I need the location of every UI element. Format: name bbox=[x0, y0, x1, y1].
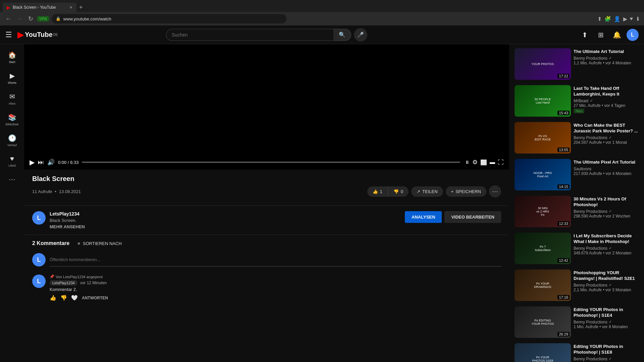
refresh-button[interactable]: ↻ bbox=[27, 14, 35, 24]
channel-name-1: Benny Productions bbox=[574, 56, 607, 61]
suggested-video-7[interactable]: Ps YOURDRAWINGS! 17:16 Photoshopping YOU… bbox=[513, 268, 640, 302]
dislike-button[interactable]: 👎 0 bbox=[388, 186, 409, 197]
duration-badge-4: 14:15 bbox=[557, 184, 570, 189]
new-tab-button[interactable]: + bbox=[76, 3, 86, 12]
channel-area: L LetsPlay1234 Black Screen. MEHR ANSEHE… bbox=[24, 206, 509, 235]
comment-text: Kommentar 2. bbox=[50, 287, 501, 292]
active-tab[interactable]: ▶ Black Screen - YouTube ✕ bbox=[3, 3, 76, 12]
youtube-logo[interactable]: ▶ YouTube DE bbox=[17, 29, 58, 40]
mic-button[interactable]: 🎤 bbox=[354, 28, 367, 42]
liked-icon: ♥ bbox=[10, 155, 14, 163]
progress-bar[interactable] bbox=[82, 162, 460, 163]
reply-button[interactable]: ANTWORTEN bbox=[82, 296, 108, 300]
comment-like-button[interactable]: 👍 bbox=[50, 295, 56, 301]
comment-dislike-button[interactable]: 👎 bbox=[60, 295, 67, 301]
channel-avatar[interactable]: L bbox=[32, 211, 46, 225]
save-button[interactable]: + SPEICHERN bbox=[446, 186, 486, 197]
left-sidebar: 🏠 Start ▶ Shorts ✉ Abos 📚 Bibliothek 🕐 V… bbox=[0, 44, 24, 362]
v-title-2: Last To Take Hand Off Lamborghini, Keeps… bbox=[574, 86, 639, 97]
channel-name-9: Benny Productions bbox=[574, 357, 607, 361]
browser-right-actions: ⬆ 🧩 👤 ▶ ♥ ⬇ bbox=[597, 16, 640, 22]
like-button[interactable]: 👍 1 bbox=[367, 186, 388, 197]
suggested-video-5[interactable]: 30 MINvs 2 HRSPs 12:33 30 Minutes Vs 2 H… bbox=[513, 194, 640, 229]
suggested-video-3[interactable]: Ps VSEDIT RACE 13:55 Who Can Make the BE… bbox=[513, 121, 640, 155]
share-button[interactable]: ↗ TEILEN bbox=[411, 186, 443, 197]
user-avatar[interactable]: L bbox=[627, 29, 639, 41]
download-browser-icon[interactable]: ⬇ bbox=[636, 16, 640, 22]
suggested-video-9[interactable]: Ps YOURPHOTOS S1E8 14:57 Editing YOUR Ph… bbox=[513, 342, 640, 362]
v-stats-6: 349.679 Aufrufe • vor 2 Monaten bbox=[574, 251, 639, 255]
like-icon: 👍 bbox=[373, 189, 378, 194]
tab-close-button[interactable]: ✕ bbox=[69, 5, 72, 10]
more-actions-button[interactable]: ⋯ bbox=[489, 185, 501, 197]
search-input[interactable] bbox=[166, 29, 333, 41]
time-display: 0:00 / 6:33 bbox=[58, 160, 78, 165]
suggested-video-8[interactable]: Ps EDITINGYOUR PHOTOS 26:29 Editing YOUR… bbox=[513, 305, 640, 339]
notifications-button[interactable]: 🔔 bbox=[610, 28, 624, 42]
sidebar-item-history[interactable]: 🕐 Verlauf bbox=[0, 130, 24, 151]
sidebar-item-library[interactable]: 📚 Bibliothek bbox=[0, 109, 24, 130]
apps-button[interactable]: ⊞ bbox=[594, 28, 608, 42]
extensions-icon[interactable]: 🧩 bbox=[604, 16, 611, 22]
duration-badge-7: 17:16 bbox=[557, 295, 570, 300]
shorts-icon: ▶ bbox=[10, 72, 15, 80]
theater-button[interactable]: ▬ bbox=[490, 159, 495, 165]
sidebar-item-subscriptions[interactable]: ✉ Abos bbox=[0, 88, 24, 109]
suggested-video-6[interactable]: Ps ?Subscribers 12:42 I Let My Subscribe… bbox=[513, 231, 640, 265]
suggested-video-1[interactable]: YOUR PHOTOS 17:22 The Ultimate Art Tutor… bbox=[513, 47, 640, 81]
verified-icon-7: ✓ bbox=[609, 283, 612, 287]
sidebar-item-home[interactable]: 🏠 Start bbox=[0, 47, 24, 68]
upload-browser-icon[interactable]: ⬆ bbox=[597, 16, 602, 22]
settings-button[interactable]: ⚙ bbox=[472, 159, 478, 166]
new-badge-2: Neu bbox=[574, 109, 584, 113]
fullscreen-button[interactable]: ⛶ bbox=[498, 159, 504, 166]
comment-header-row: LetsPlay1234 vor 12 Minuten bbox=[50, 280, 501, 286]
library-icon: 📚 bbox=[8, 113, 16, 121]
channel-name[interactable]: LetsPlay1234 bbox=[50, 211, 85, 217]
channel-name-4: Saultoons bbox=[574, 167, 591, 171]
analysen-button[interactable]: ANALYSEN bbox=[405, 211, 442, 223]
home-icon: 🏠 bbox=[8, 51, 16, 59]
mehr-ansehen-link[interactable]: MEHR ANSEHEN bbox=[50, 224, 85, 229]
play-button[interactable]: ▶ bbox=[30, 158, 35, 166]
sidebar-library-label: Bibliothek bbox=[5, 123, 18, 126]
volume-button[interactable]: 🔊 bbox=[47, 159, 55, 166]
hamburger-menu[interactable]: ☰ bbox=[5, 31, 12, 39]
video-bearbeiten-button[interactable]: VIDEO BEARBEITEN bbox=[444, 211, 501, 223]
heart-browser-icon[interactable]: ♥ bbox=[630, 16, 633, 22]
header-right-actions: ⬆ ⊞ 🔔 L bbox=[578, 28, 639, 42]
dislike-count: 0 bbox=[401, 189, 403, 194]
play-browser-icon[interactable]: ▶ bbox=[623, 16, 627, 22]
channel-name-6: Benny Productions bbox=[574, 246, 607, 251]
comments-count: 2 Kommentare bbox=[32, 240, 69, 246]
duration-badge-2: 15:43 bbox=[557, 111, 570, 115]
back-button[interactable]: ← bbox=[4, 14, 13, 24]
thumb-container-6: Ps ?Subscribers 12:42 bbox=[515, 233, 571, 264]
browser-chrome: ▶ Black Screen - YouTube ✕ + ← → ↻ VPN 🔒… bbox=[0, 0, 644, 25]
comment-heart-button[interactable]: 🤍 bbox=[71, 295, 78, 301]
forward-button[interactable]: → bbox=[15, 14, 24, 24]
account-browser-icon[interactable]: 👤 bbox=[614, 16, 621, 22]
upload-button[interactable]: ⬆ bbox=[578, 28, 592, 42]
comment-author-badge[interactable]: LetsPlay1234 bbox=[50, 280, 77, 286]
sidebar-item-liked[interactable]: ♥ Liked bbox=[0, 151, 24, 171]
miniplayer-button[interactable]: ⬜ bbox=[480, 159, 487, 166]
sidebar-item-shorts[interactable]: ▶ Shorts bbox=[0, 68, 24, 88]
dislike-icon: 👎 bbox=[393, 189, 399, 194]
next-button[interactable]: ⏭ bbox=[38, 159, 44, 166]
address-bar[interactable]: 🔒 www.youtube.com/watch bbox=[52, 14, 286, 23]
search-button[interactable]: 🔍 bbox=[333, 29, 351, 41]
suggested-video-4[interactable]: NOOB→PROPixel Art 14:15 The Ultimate Pix… bbox=[513, 158, 640, 192]
duration-badge-3: 13:55 bbox=[557, 147, 570, 152]
tab-title: Black Screen - YouTube bbox=[13, 5, 56, 10]
sidebar-item-more[interactable]: ⋯ bbox=[0, 171, 24, 187]
comment-actions-row: 👍 👎 🤍 ANTWORTEN bbox=[50, 295, 501, 301]
sort-button[interactable]: ≡ SORTIEREN NACH bbox=[77, 241, 122, 246]
video-info-8: Editing YOUR Photos in Photoshop! | S1E4… bbox=[574, 306, 639, 338]
verified-icon-3: ✓ bbox=[609, 135, 612, 140]
pause-overlay-button[interactable]: ⏸ bbox=[465, 160, 470, 165]
duration-badge-1: 17:22 bbox=[557, 74, 570, 78]
comment-author-avatar: L bbox=[32, 275, 46, 288]
suggested-video-2[interactable]: 50 PEOPLELast Hand 15:43 Last To Take Ha… bbox=[513, 84, 640, 118]
comment-input[interactable] bbox=[50, 253, 501, 266]
